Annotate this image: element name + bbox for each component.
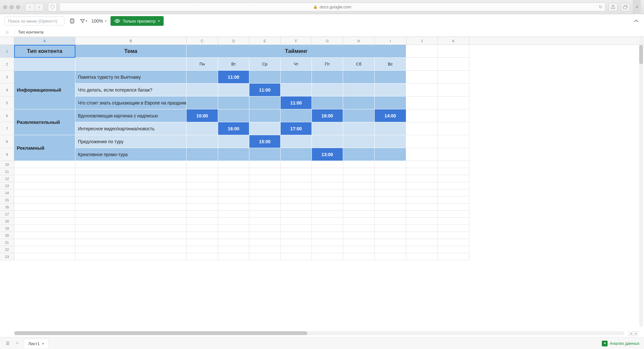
cell-F18[interactable] [281, 218, 312, 225]
cell-D16[interactable] [218, 204, 249, 211]
cell-J19[interactable] [406, 225, 438, 232]
row-head-7[interactable]: 7 [0, 122, 14, 135]
cell-K17[interactable] [438, 211, 469, 218]
cell-G6[interactable]: 16:00 [312, 109, 343, 122]
cell-J10[interactable] [406, 161, 438, 168]
cell-J13[interactable] [406, 182, 438, 189]
cell-I16[interactable] [375, 204, 406, 211]
cell-A17[interactable] [14, 211, 75, 218]
cell-C22[interactable] [187, 246, 218, 253]
cell-A8[interactable]: Рекламный [14, 135, 75, 161]
cell-I9[interactable] [375, 148, 406, 161]
cell-D14[interactable] [218, 189, 249, 196]
cell-K20[interactable] [438, 232, 469, 239]
cell-C15[interactable] [187, 196, 218, 204]
cell-K14[interactable] [438, 189, 469, 196]
view-only-button[interactable]: Только просмотр ▾ [111, 16, 164, 26]
cell-C17[interactable] [187, 211, 218, 218]
column-head-B[interactable]: B [75, 37, 187, 45]
cell-G14[interactable] [312, 189, 343, 196]
close-window-icon[interactable] [3, 5, 7, 9]
fx-value[interactable]: Тип контента [15, 30, 47, 35]
cell-K7[interactable] [438, 122, 469, 135]
new-tab-icon[interactable]: + [633, 0, 641, 14]
cell-I10[interactable] [375, 161, 406, 168]
cell-F16[interactable] [281, 204, 312, 211]
cell-H20[interactable] [343, 232, 375, 239]
scrollbar-thumb[interactable] [14, 331, 307, 335]
cell-J12[interactable] [406, 175, 438, 182]
cell-K4[interactable] [438, 84, 469, 96]
cell-G13[interactable] [312, 182, 343, 189]
cell-E11[interactable] [249, 168, 281, 175]
privacy-shield-icon[interactable] [48, 3, 57, 11]
cell-D10[interactable] [218, 161, 249, 168]
row-head-21[interactable]: 21 [0, 239, 14, 246]
cell-E14[interactable] [249, 189, 281, 196]
cell-C23[interactable] [187, 253, 218, 260]
cell-G15[interactable] [312, 196, 343, 204]
row-head-15[interactable]: 15 [0, 196, 14, 204]
cell-C6[interactable]: 10:00 [187, 109, 218, 122]
cell-I13[interactable] [375, 182, 406, 189]
cell-E21[interactable] [249, 239, 281, 246]
row-head-1[interactable]: 1 [0, 45, 14, 58]
cell-J23[interactable] [406, 253, 438, 260]
cell-B23[interactable] [75, 253, 187, 260]
cell-H11[interactable] [343, 168, 375, 175]
cell-H19[interactable] [343, 225, 375, 232]
row-head-2[interactable]: 2 [0, 58, 14, 71]
row-head-3[interactable]: 3 [0, 71, 14, 84]
cell-J17[interactable] [406, 211, 438, 218]
cell-B15[interactable] [75, 196, 187, 204]
cell-D8[interactable] [218, 135, 249, 148]
row-head-17[interactable]: 17 [0, 211, 14, 218]
cell-D7[interactable]: 16:00 [218, 122, 249, 135]
cell-B6[interactable]: Вдохновляющая картинка с надписью [75, 109, 187, 122]
cell-F23[interactable] [281, 253, 312, 260]
cell-K19[interactable] [438, 225, 469, 232]
row-head-19[interactable]: 19 [0, 225, 14, 232]
cell-F4[interactable] [281, 84, 312, 96]
cell-C21[interactable] [187, 239, 218, 246]
cell-I20[interactable] [375, 232, 406, 239]
cell-J11[interactable] [406, 168, 438, 175]
cell-K15[interactable] [438, 196, 469, 204]
cell-F10[interactable] [281, 161, 312, 168]
cell-B16[interactable] [75, 204, 187, 211]
cell-G5[interactable] [312, 96, 343, 109]
cell-E12[interactable] [249, 175, 281, 182]
cell-B13[interactable] [75, 182, 187, 189]
print-icon[interactable] [68, 17, 76, 25]
cell-H4[interactable] [343, 84, 375, 96]
cell-A19[interactable] [14, 225, 75, 232]
cell-G9[interactable]: 13:00 [312, 148, 343, 161]
cell-D15[interactable] [218, 196, 249, 204]
cell-K2[interactable] [438, 58, 469, 71]
cell-F6[interactable] [281, 109, 312, 122]
minimize-window-icon[interactable] [10, 5, 14, 9]
row-head-12[interactable]: 12 [0, 175, 14, 182]
cell-I12[interactable] [375, 175, 406, 182]
cell-I7[interactable] [375, 122, 406, 135]
cell-F21[interactable] [281, 239, 312, 246]
tab-sheet1[interactable]: Лист1 ▾ [24, 339, 49, 348]
cell-G12[interactable] [312, 175, 343, 182]
cell-E17[interactable] [249, 211, 281, 218]
cell-H16[interactable] [343, 204, 375, 211]
cell-J2[interactable] [406, 58, 438, 71]
cell-F5[interactable]: 11:00 [281, 96, 312, 109]
row-head-16[interactable]: 16 [0, 204, 14, 211]
column-head-I[interactable]: I [375, 37, 406, 45]
cell-J14[interactable] [406, 189, 438, 196]
cell-D22[interactable] [218, 246, 249, 253]
cell-I19[interactable] [375, 225, 406, 232]
cell-G22[interactable] [312, 246, 343, 253]
cell-B21[interactable] [75, 239, 187, 246]
cell-H15[interactable] [343, 196, 375, 204]
cell-I23[interactable] [375, 253, 406, 260]
cell-F17[interactable] [281, 211, 312, 218]
nav-left-icon[interactable]: ◂ [629, 331, 633, 336]
cell-A22[interactable] [14, 246, 75, 253]
cell-H10[interactable] [343, 161, 375, 168]
